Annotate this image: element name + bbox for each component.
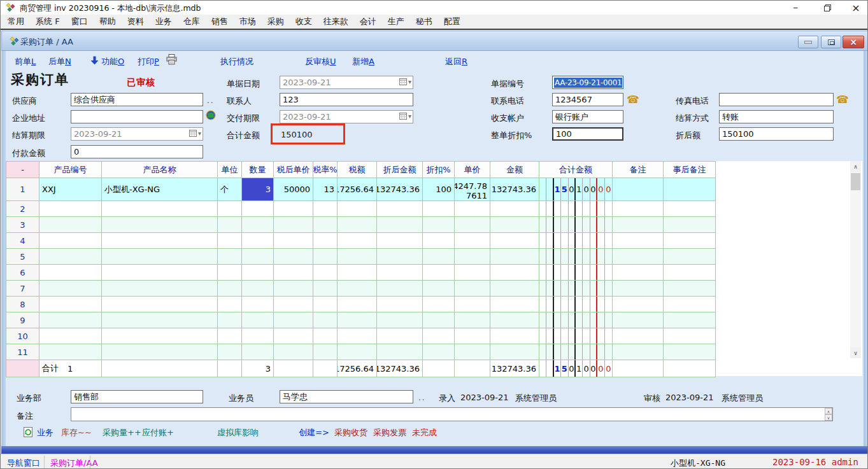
grid-cell[interactable]: 13 [313, 178, 338, 201]
grid-cell[interactable] [377, 217, 423, 233]
grid-row-9[interactable]: 9 [6, 312, 715, 328]
grid-cell[interactable] [377, 281, 423, 297]
child-close-button[interactable]: × [843, 36, 864, 48]
grid-header-name[interactable]: 产品名称 [102, 162, 218, 178]
grid-cell[interactable]: 1 [6, 178, 39, 201]
phone-dial-icon[interactable]: ☎ [627, 94, 639, 106]
grid-row-7[interactable]: 7 [6, 281, 715, 297]
grid-cell[interactable] [218, 328, 242, 344]
grid-header-price-after-tax[interactable]: 税后单价 [274, 162, 313, 178]
menu-item-2[interactable]: 窗口 [71, 16, 88, 27]
menu-item-4[interactable]: 资料 [127, 16, 144, 27]
menu-item-5[interactable]: 业务 [155, 16, 172, 27]
grid-cell[interactable] [490, 328, 539, 344]
grid-cell[interactable] [338, 265, 377, 281]
toolbar-print-button[interactable]: 打印P [138, 56, 159, 67]
grid-header-discounted-amount[interactable]: 折后金额 [377, 162, 423, 178]
grid-cell[interactable] [242, 217, 274, 233]
grid-cell[interactable]: 44247.787611 [455, 178, 490, 201]
scrollbar-thumb[interactable] [851, 173, 860, 190]
grid-cell[interactable] [39, 201, 102, 217]
grid-cell[interactable] [338, 201, 377, 217]
menu-item-8[interactable]: 市场 [239, 16, 256, 27]
grid-cell[interactable] [613, 233, 664, 249]
grid-cell[interactable] [423, 249, 455, 265]
grid-cell[interactable]: 17256.64 [338, 178, 377, 201]
grid-cell-selected[interactable]: 3 [242, 178, 274, 201]
grid-cell[interactable] [274, 328, 313, 344]
grid-header-total-amount[interactable]: 合计金额 [539, 162, 613, 178]
toolbar-prev-button[interactable]: 前单L [15, 56, 36, 67]
bottom-link-purchase-receipt[interactable]: 采购收货 [334, 427, 367, 438]
grid-cell[interactable] [274, 201, 313, 217]
grid-cell[interactable]: 10 [6, 328, 39, 344]
grid-cell[interactable] [218, 297, 242, 312]
grid-header-post-remark[interactable]: 事后备注 [664, 162, 715, 178]
calendar-icon[interactable]: ▾ [189, 129, 201, 137]
grid-cell[interactable] [338, 328, 377, 344]
grid-cell[interactable] [664, 178, 715, 201]
toolbar-new-button[interactable]: 新增A [352, 56, 374, 67]
grid-cell[interactable] [274, 281, 313, 297]
menu-item-10[interactable]: 收支 [295, 16, 312, 27]
grid-header-code[interactable]: 产品编号 [39, 162, 102, 178]
grid-cell[interactable] [613, 328, 664, 344]
function-arrow-icon[interactable] [90, 55, 99, 67]
grid-header-unit[interactable]: 单位 [218, 162, 242, 178]
bottom-link-stock[interactable]: 库存~~ [61, 427, 92, 438]
salesman-lookup-button[interactable]: .. [418, 393, 426, 402]
refresh-doc-icon[interactable] [24, 427, 32, 440]
grid-cell[interactable] [39, 217, 102, 233]
grid-cell[interactable] [455, 217, 490, 233]
dept-field[interactable]: 销售部 [71, 390, 203, 403]
grid-cell[interactable]: 5 [6, 249, 39, 265]
grid-cell[interactable] [377, 249, 423, 265]
menu-item-3[interactable]: 帮助 [99, 16, 116, 27]
grid-cell[interactable] [313, 328, 338, 344]
grid-cell[interactable] [313, 312, 338, 328]
grid-cell[interactable] [242, 344, 274, 360]
grid-cell[interactable] [539, 281, 613, 297]
minimize-button[interactable]: ─ [783, 1, 808, 15]
toolbar-unaudit-button[interactable]: 反审核U [305, 56, 336, 67]
child-restore-button[interactable] [821, 36, 841, 48]
grid-cell[interactable] [39, 249, 102, 265]
menu-item-9[interactable]: 采购 [267, 16, 284, 27]
menu-item-0[interactable]: 常用 [8, 16, 24, 27]
grid-cell[interactable]: 7 [6, 281, 39, 297]
child-window-titlebar[interactable]: 采购订单 / AA × [1, 31, 868, 51]
toolbar-execution-status-button[interactable]: 执行情况 [220, 56, 253, 67]
menu-item-12[interactable]: 会计 [360, 16, 376, 27]
grid-cell[interactable] [423, 328, 455, 344]
whole-discount-field[interactable]: 100 [552, 127, 623, 141]
grid-cell[interactable] [39, 312, 102, 328]
grid-cell[interactable] [242, 233, 274, 249]
grid-cell[interactable] [39, 233, 102, 249]
statusbar-nav-window[interactable]: 导航窗口 [7, 458, 40, 469]
grid-row-6[interactable]: 6 [6, 265, 715, 281]
grid-cell[interactable] [338, 217, 377, 233]
toolbar-next-button[interactable]: 后单N [48, 56, 71, 67]
menu-item-15[interactable]: 配置 [444, 16, 460, 27]
grid-cell[interactable] [338, 297, 377, 312]
toolbar-function-button[interactable]: 功能O [101, 56, 124, 67]
account-field[interactable]: 银行账户 [552, 110, 623, 123]
grid-cell[interactable] [313, 297, 338, 312]
menu-item-13[interactable]: 生产 [388, 16, 404, 27]
grid-cell[interactable] [613, 249, 664, 265]
fax-field[interactable] [719, 93, 834, 106]
grid-header-discount[interactable]: 折扣% [423, 162, 455, 178]
menu-item-11[interactable]: 往来款 [324, 16, 348, 27]
grid-cell[interactable]: 小型机-XG-NG [102, 178, 218, 201]
grid-header-qty[interactable]: 数量 [242, 162, 274, 178]
grid-cell[interactable]: 4 [6, 233, 39, 249]
grid-cell[interactable] [490, 281, 539, 297]
grid-cell[interactable] [613, 178, 664, 201]
grid-cell[interactable] [613, 344, 664, 360]
grid-cell[interactable] [242, 265, 274, 281]
grid-cell[interactable] [39, 297, 102, 312]
bottom-link-payable[interactable]: 应付账+ [142, 427, 174, 438]
grid-cell[interactable] [490, 217, 539, 233]
grid-cell[interactable] [490, 265, 539, 281]
grid-cell[interactable] [664, 201, 715, 217]
